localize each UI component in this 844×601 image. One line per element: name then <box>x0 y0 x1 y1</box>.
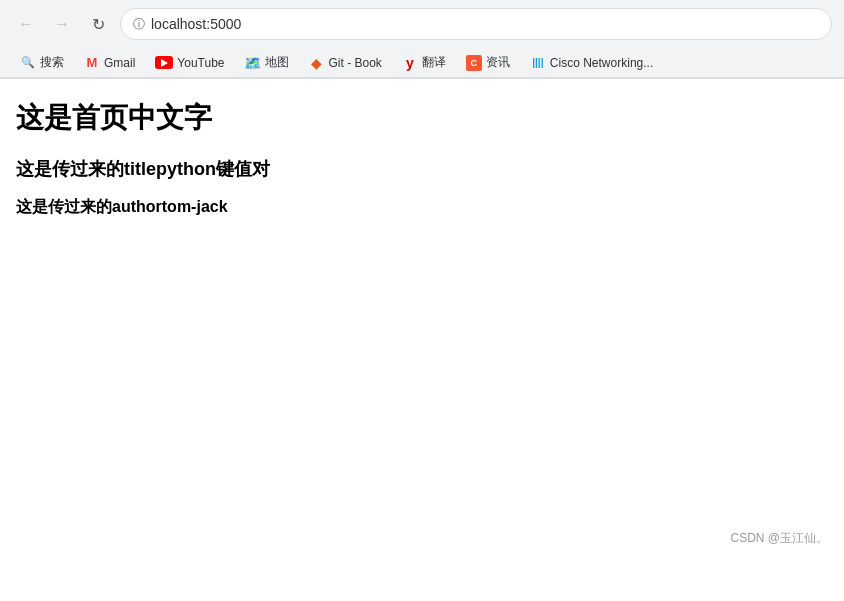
bookmark-csdn-label: 资讯 <box>486 54 510 71</box>
bookmark-gitbook[interactable]: ◆ Git - Book <box>301 53 390 73</box>
browser-chrome: ← → ↻ ⓘ localhost:5000 🔍 搜索 M Gmail YouT… <box>0 0 844 79</box>
back-button[interactable]: ← <box>12 10 40 38</box>
bookmark-youdao[interactable]: y 翻译 <box>394 52 454 73</box>
address-bar[interactable]: ⓘ localhost:5000 <box>120 8 832 40</box>
bookmarks-bar: 🔍 搜索 M Gmail YouTube 🗺️ 地图 ◆ Git - Book … <box>0 48 844 78</box>
youdao-icon: y <box>402 55 418 71</box>
search-icon: 🔍 <box>20 55 36 71</box>
bookmark-gitbook-label: Git - Book <box>329 56 382 70</box>
nav-bar: ← → ↻ ⓘ localhost:5000 <box>0 0 844 48</box>
title-line: 这是传过来的titlepython键值对 <box>16 157 828 181</box>
main-heading: 这是首页中文字 <box>16 99 828 137</box>
bookmark-sousuo[interactable]: 🔍 搜索 <box>12 52 72 73</box>
bookmark-youdao-label: 翻译 <box>422 54 446 71</box>
bookmark-sousuo-label: 搜索 <box>40 54 64 71</box>
page-content: 这是首页中文字 这是传过来的titlepython键值对 这是传过来的autho… <box>0 79 844 559</box>
watermark: CSDN @玉江仙。 <box>730 530 828 547</box>
maps-icon: 🗺️ <box>245 55 261 71</box>
author-line: 这是传过来的authortom-jack <box>16 197 828 218</box>
cisco-icon: |||| <box>530 55 546 71</box>
bookmark-csdn[interactable]: C 资讯 <box>458 52 518 73</box>
bookmark-youtube[interactable]: YouTube <box>147 54 232 72</box>
bookmark-maps[interactable]: 🗺️ 地图 <box>237 52 297 73</box>
gitbook-icon: ◆ <box>309 55 325 71</box>
bookmark-cisco[interactable]: |||| Cisco Networking... <box>522 53 661 73</box>
forward-button[interactable]: → <box>48 10 76 38</box>
csdn-icon: C <box>466 55 482 71</box>
youtube-icon <box>155 56 173 69</box>
bookmark-gmail[interactable]: M Gmail <box>76 53 143 73</box>
reload-button[interactable]: ↻ <box>84 10 112 38</box>
bookmark-gmail-label: Gmail <box>104 56 135 70</box>
bookmark-youtube-label: YouTube <box>177 56 224 70</box>
bookmark-cisco-label: Cisco Networking... <box>550 56 653 70</box>
gmail-icon: M <box>84 55 100 71</box>
lock-icon: ⓘ <box>133 16 145 33</box>
bookmark-maps-label: 地图 <box>265 54 289 71</box>
url-text: localhost:5000 <box>151 16 241 32</box>
